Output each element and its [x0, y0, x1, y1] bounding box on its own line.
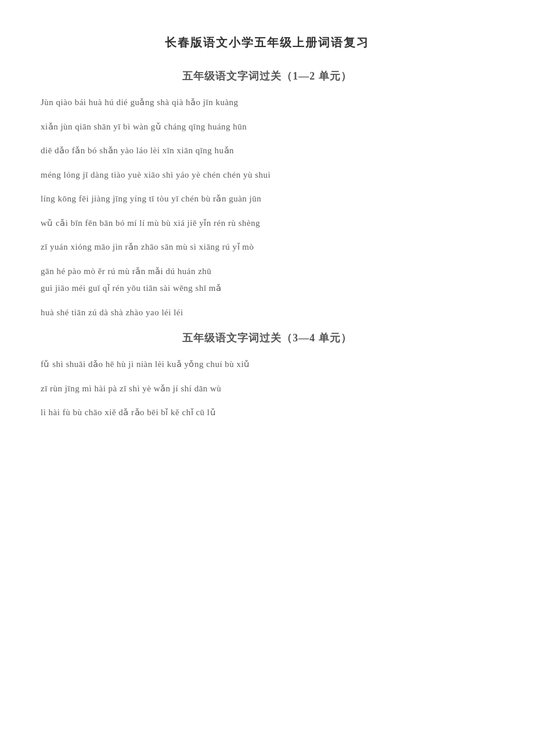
section2-lines: fǔ shì shuāi dǎo hē hù jì niàn lèi kuǎ y… [41, 359, 493, 419]
pinyin-line-8: gān hé pào mò ěr rú mù rǎn mǎi dú huán z… [41, 266, 493, 278]
pinyin-line-7: zī yuán xióng māo jìn rǎn zhāo sān mù sì… [41, 242, 493, 253]
pinyin-line-s2-2: zī rùn jīng mì hài pà zī shì yè wǎn jí s… [41, 383, 493, 395]
pinyin-line-10: huà shé tiān zú dà shà zhào yao léi léi [41, 307, 493, 319]
pinyin-line-2: xiǎn jùn qiān shān yī bì wàn gǔ cháng qī… [41, 121, 493, 133]
main-title: 长春版语文小学五年级上册词语复习 [41, 35, 493, 51]
section1-title: 五年级语文字词过关（1—2 单元） [41, 69, 493, 83]
pinyin-line-9: guì jiāo méi guī qǐ rén yōu tiān sài wēn… [41, 283, 493, 294]
section1-lines: Jùn qiào bái huà hú dié guǎng shà qià hǎ… [41, 97, 493, 318]
pinyin-line-5: líng kōng fēi jiàng jīng yíng tī tòu yī … [41, 193, 493, 205]
pinyin-line-4: méng lóng jī dàng tiào yuè xiāo shì yáo … [41, 170, 493, 181]
pinyin-line-s2-1: fǔ shì shuāi dǎo hē hù jì niàn lèi kuǎ y… [41, 359, 493, 370]
pinyin-line-6: wǔ cǎi bīn fēn bān bó mí lí mù bù xiá ji… [41, 218, 493, 229]
pinyin-line-3: diē dǎo fǎn bó shǎn yào láo lèi xīn xiān… [41, 145, 493, 157]
section2-title: 五年级语文字词过关（3—4 单元） [41, 331, 493, 345]
pinyin-line-1: Jùn qiào bái huà hú dié guǎng shà qià hǎ… [41, 97, 493, 109]
pinyin-line-s2-3: lì hài fù bù chāo xiě dǎ rǎo bēi bǐ kě c… [41, 407, 493, 419]
